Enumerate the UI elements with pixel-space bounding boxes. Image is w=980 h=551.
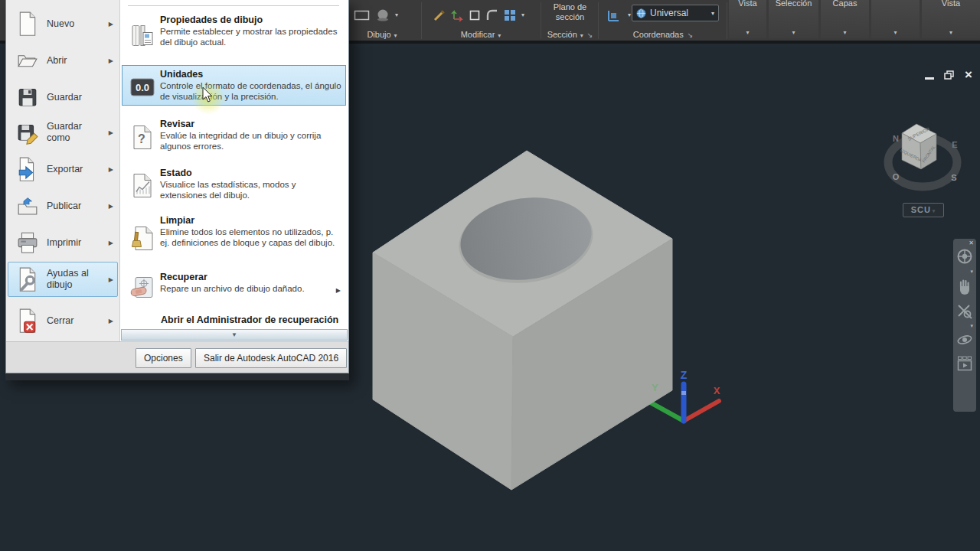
world-globe-icon [636, 8, 646, 18]
showmotion-icon[interactable] [956, 355, 973, 372]
menu-item-limpiar[interactable]: Limpiar Elimine todos los elementos no u… [122, 211, 346, 262]
panel-dropdown-icon: ▾ [394, 32, 397, 39]
array-icon[interactable] [504, 9, 516, 21]
minimize-icon[interactable] [925, 77, 934, 80]
3d-solid-model[interactable] [368, 115, 735, 497]
render-tool-icon[interactable] [376, 8, 390, 22]
ribbon-panel-collapsed[interactable]: ▾ [871, 0, 920, 38]
compass-east[interactable]: E [952, 140, 957, 149]
navigation-bar[interactable]: ✕ ▾ ▾ [953, 239, 976, 412]
save-icon [17, 84, 38, 110]
ribbon-panel-vista2-collapsed[interactable]: Vista▾ [922, 0, 980, 38]
sidebar-item-ayudas-al-dibujo[interactable]: Ayudas al dibujo ▶ [8, 262, 118, 297]
ucs-combo-value: Universal [650, 8, 707, 18]
application-menu: Nuevo ▶ Abrir ▶ Guardar Guardar como ▶ [5, 0, 349, 380]
new-file-icon [17, 11, 38, 37]
zoom-icon[interactable] [957, 304, 972, 319]
sidebar-item-nuevo[interactable]: Nuevo ▶ [8, 6, 118, 41]
options-button[interactable]: Opciones [136, 348, 191, 368]
ucs-icon[interactable] [606, 7, 622, 24]
ribbon-panel-dibujo: ▾ Dibujo▾ [343, 0, 421, 41]
sidebar-item-guardar[interactable]: Guardar [8, 80, 118, 115]
ribbon-panel-seleccion-collapsed[interactable]: Selección▾ [769, 0, 818, 38]
ribbon-panel-capas-collapsed[interactable]: Capas▾ [821, 0, 869, 38]
chevron-down-icon[interactable]: ▾ [970, 269, 973, 275]
chevron-down-icon: ▾ [711, 10, 714, 17]
submenu-arrow-icon: ▶ [109, 129, 113, 136]
collapsed-panels: Vista▾ Selección▾ Capas▾ ▾ Vista▾ [729, 0, 980, 38]
sidebar-item-guardar-como[interactable]: Guardar como ▶ [8, 115, 118, 150]
dropdown-arrow-icon[interactable]: ▾ [395, 11, 398, 18]
panel-launcher-icon[interactable]: ↘ [587, 31, 593, 39]
svg-text:?: ? [138, 132, 145, 145]
close-icon[interactable]: × [965, 70, 972, 80]
submenu-arrow-icon: ▶ [109, 318, 113, 324]
orbit-icon[interactable] [956, 333, 973, 347]
menu-panel: Propiedades de dibujo Permite establecer… [119, 0, 348, 341]
panel-label-dibujo[interactable]: Dibujo▾ [343, 30, 421, 39]
sidebar-item-exportar[interactable]: Exportar ▶ [8, 152, 118, 187]
scu-button[interactable]: SCU▾ [903, 203, 944, 217]
menu-item-revisar[interactable]: ? Revisar Evalúe la integridad de un dib… [122, 115, 346, 156]
ribbon-panel-seccion: Plano de sección Sección▾↘ [542, 0, 598, 41]
chevron-down-icon: ▾ [933, 208, 936, 214]
panel-dropdown-icon: ▾ [580, 32, 583, 39]
ribbon-panel-coordenadas: ▾ Universal ▾ Coordenadas↘ [599, 0, 727, 41]
application-menu-body: Nuevo ▶ Abrir ▶ Guardar Guardar como ▶ [5, 0, 349, 373]
ribbon-panel-modificar: ▾ Modificar▾ [423, 0, 539, 41]
viewcube[interactable]: N E O S SUPERIOR IZQUIERDA FRONTAL [880, 114, 966, 200]
panel-label-coordenadas[interactable]: Coordenadas↘ [599, 30, 727, 39]
chevron-down-icon: ▾ [769, 29, 818, 36]
close-file-icon [17, 308, 38, 334]
submenu-arrow-icon: ▶ [109, 57, 113, 64]
panel-launcher-icon[interactable]: ↘ [688, 31, 694, 39]
navbar-close-icon[interactable]: ✕ [969, 240, 974, 246]
menu-item-recuperar[interactable]: Recuperar Repare un archivo de dibujo da… [122, 268, 346, 305]
3d-align-icon[interactable] [451, 9, 463, 21]
dropdown-arrow-icon[interactable]: ▾ [628, 11, 631, 18]
ribbon-divider [727, 2, 727, 39]
sidebar-item-publicar[interactable]: Publicar ▶ [8, 188, 118, 223]
navigation-wheel-icon[interactable] [956, 248, 973, 265]
autocad-window: ▾ Dibujo▾ ▾ Modificar▾ Plano de sección … [0, 0, 980, 551]
submenu-arrow-icon: ▶ [109, 240, 113, 246]
submenu-arrow-icon: ▶ [336, 287, 341, 294]
compass-west[interactable]: O [893, 172, 900, 181]
menu-scroll-down-button[interactable]: ▼ [121, 329, 348, 341]
sidebar-item-cerrar[interactable]: Cerrar ▶ [8, 303, 118, 338]
export-icon [17, 156, 38, 182]
svg-text:0.0: 0.0 [136, 82, 149, 93]
panel-label-seccion[interactable]: Sección▾↘ [542, 30, 598, 39]
dropdown-arrow-icon[interactable]: ▾ [521, 11, 524, 18]
section-plane-button[interactable]: Plano de sección [542, 2, 598, 22]
recover-icon [129, 272, 155, 304]
compass-north[interactable]: N [893, 134, 899, 143]
ribbon-divider [598, 2, 599, 39]
exit-button[interactable]: Salir de Autodesk AutoCAD 2016 [195, 348, 347, 368]
sidebar-item-imprimir[interactable]: Imprimir ▶ [8, 225, 118, 260]
menu-item-propiedades-de-dibujo[interactable]: Propiedades de dibujo Permite establecer… [122, 11, 346, 58]
ucs-combo[interactable]: Universal ▾ [632, 5, 719, 21]
menu-footer: Opciones Salir de Autodesk AutoCAD 2016 [6, 341, 348, 373]
drawing-utilities-icon [17, 266, 38, 292]
drawing-window-controls: × [925, 70, 972, 80]
menu-item-estado[interactable]: Estado Visualice las estadísticas, modos… [122, 164, 346, 204]
print-icon [17, 230, 38, 256]
menu-item-unidades[interactable]: 0.0 Unidades Controle el formato de coor… [122, 65, 346, 106]
submenu-arrow-icon: ▶ [109, 21, 113, 28]
panel-label-modificar[interactable]: Modificar▾ [423, 30, 539, 39]
pan-hand-icon[interactable] [957, 279, 972, 295]
separator [128, 5, 339, 6]
edit-hatch-icon[interactable] [433, 9, 446, 21]
compass-south[interactable]: S [951, 173, 956, 182]
explode-icon[interactable] [469, 9, 481, 21]
status-icon [129, 168, 155, 203]
chevron-down-icon[interactable]: ▾ [970, 323, 973, 329]
restore-icon[interactable] [944, 70, 955, 80]
sidebar-item-abrir[interactable]: Abrir ▶ [8, 43, 118, 78]
recovery-manager-link[interactable]: Abrir el Administrador de recuperación [161, 315, 338, 325]
ribbon-panel-vista-collapsed[interactable]: Vista▾ [729, 0, 766, 38]
publish-icon [17, 193, 38, 219]
rectangle-tool-icon[interactable] [354, 9, 371, 21]
fillet-icon[interactable] [486, 9, 498, 21]
